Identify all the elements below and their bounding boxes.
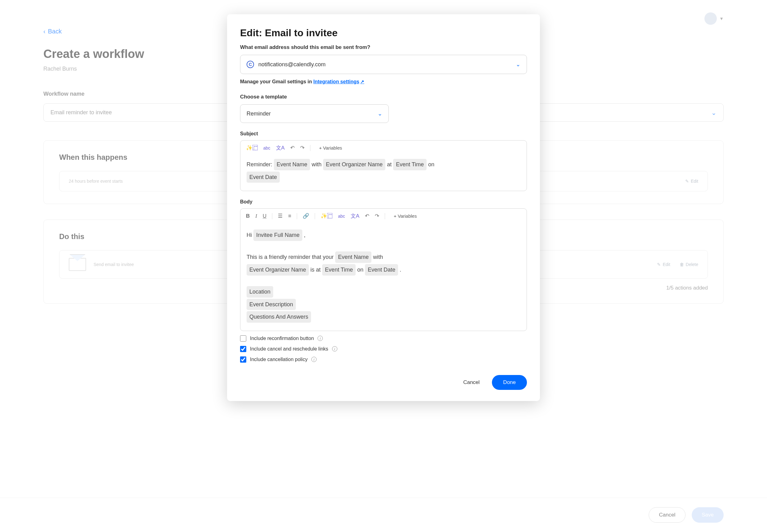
subject-content[interactable]: Reminder: Event Name with Event Organize… bbox=[240, 155, 527, 191]
chevron-down-icon: ⌄ bbox=[516, 61, 521, 68]
from-email-value: notifications@calendly.com bbox=[258, 61, 325, 68]
body-text: , bbox=[304, 232, 305, 238]
token-description[interactable]: Event Description bbox=[246, 299, 296, 310]
integration-settings-link[interactable]: Integration settings↗ bbox=[313, 79, 364, 84]
body-label: Body bbox=[240, 199, 527, 205]
external-link-icon: ↗ bbox=[360, 79, 364, 84]
ai-icon[interactable]: ✨⿸ bbox=[320, 213, 332, 219]
from-question: What email address should this email be … bbox=[240, 44, 527, 50]
include-cancellation-policy-checkbox[interactable] bbox=[240, 356, 246, 363]
toolbar-divider bbox=[315, 213, 315, 219]
subject-toolbar: ✨⿸ abc 文A ↶ ↷ + Variables bbox=[240, 141, 527, 155]
bold-icon[interactable]: B bbox=[246, 213, 250, 219]
body-editor[interactable]: B I U ☰ ≡ 🔗 ✨⿸ abc 文A ↶ ↷ + Variables Hi… bbox=[240, 208, 527, 331]
token-invitee-name[interactable]: Invitee Full Name bbox=[253, 229, 302, 241]
bullet-list-icon[interactable]: ☰ bbox=[278, 213, 282, 219]
chevron-down-icon: ⌄ bbox=[377, 110, 382, 117]
info-icon[interactable]: i bbox=[317, 336, 323, 341]
variables-button[interactable]: + Variables bbox=[394, 213, 417, 219]
subject-text: Reminder: bbox=[246, 161, 274, 168]
body-toolbar: B I U ☰ ≡ 🔗 ✨⿸ abc 文A ↶ ↷ + Variables bbox=[240, 209, 527, 223]
body-text: with bbox=[373, 254, 383, 260]
body-text: is at bbox=[310, 267, 322, 273]
redo-icon[interactable]: ↷ bbox=[375, 213, 379, 219]
redo-icon[interactable]: ↷ bbox=[300, 145, 304, 151]
check3-label: Include cancellation policy bbox=[250, 357, 307, 362]
modal-cancel-button[interactable]: Cancel bbox=[463, 379, 480, 386]
token-organizer-name[interactable]: Event Organizer Name bbox=[323, 159, 386, 170]
body-content[interactable]: Hi Invitee Full Name , This is a friendl… bbox=[240, 223, 527, 331]
template-label: Choose a template bbox=[240, 94, 527, 100]
integration-link-text: Integration settings bbox=[313, 79, 359, 84]
italic-icon[interactable]: I bbox=[255, 213, 257, 219]
body-text: Hi bbox=[246, 232, 253, 238]
toolbar-divider bbox=[272, 213, 272, 219]
token-event-name[interactable]: Event Name bbox=[335, 251, 371, 263]
translate-icon[interactable]: 文A bbox=[351, 212, 359, 220]
underline-icon[interactable]: U bbox=[263, 213, 266, 219]
undo-icon[interactable]: ↶ bbox=[290, 145, 294, 151]
variables-label: Variables bbox=[398, 213, 417, 219]
calendly-icon: C bbox=[246, 61, 254, 68]
template-value: Reminder bbox=[246, 111, 271, 117]
template-select[interactable]: Reminder ⌄ bbox=[240, 104, 389, 123]
toolbar-divider bbox=[385, 213, 385, 219]
token-event-date[interactable]: Event Date bbox=[246, 172, 280, 183]
ai-icon[interactable]: ✨⿸ bbox=[246, 145, 258, 151]
subject-text: on bbox=[428, 161, 434, 168]
edit-email-modal: Edit: Email to invitee What email addres… bbox=[227, 14, 540, 401]
token-location[interactable]: Location bbox=[246, 286, 273, 298]
token-event-time[interactable]: Event Time bbox=[322, 264, 355, 276]
manage-gmail-line: Manage your Gmail settings in Integratio… bbox=[240, 79, 527, 85]
toolbar-divider bbox=[297, 213, 297, 219]
body-text: This is a friendly reminder that your bbox=[246, 254, 335, 260]
info-icon[interactable]: i bbox=[332, 346, 337, 351]
variables-button[interactable]: + Variables bbox=[319, 145, 342, 150]
include-reconfirmation-row: Include reconfirmation button i bbox=[240, 335, 527, 342]
modal-title: Edit: Email to invitee bbox=[240, 27, 527, 39]
undo-icon[interactable]: ↶ bbox=[365, 213, 369, 219]
body-text: on bbox=[357, 267, 365, 273]
numbered-list-icon[interactable]: ≡ bbox=[288, 213, 291, 219]
include-cancel-reschedule-checkbox[interactable] bbox=[240, 346, 246, 352]
manage-prefix: Manage your Gmail settings in bbox=[240, 79, 313, 84]
toolbar-divider bbox=[310, 145, 310, 151]
check2-label: Include cancel and reschedule links bbox=[250, 346, 328, 352]
subject-text: with bbox=[311, 161, 323, 168]
token-organizer-name[interactable]: Event Organizer Name bbox=[246, 264, 309, 276]
link-icon[interactable]: 🔗 bbox=[303, 213, 309, 219]
subject-editor[interactable]: ✨⿸ abc 文A ↶ ↷ + Variables Reminder: Even… bbox=[240, 140, 527, 191]
check1-label: Include reconfirmation button bbox=[250, 336, 314, 341]
subject-label: Subject bbox=[240, 131, 527, 137]
from-email-select[interactable]: C notifications@calendly.com ⌄ bbox=[240, 55, 527, 74]
abc-icon[interactable]: abc bbox=[338, 214, 345, 219]
body-text: . bbox=[400, 267, 401, 273]
abc-icon[interactable]: abc bbox=[263, 146, 270, 150]
token-event-name[interactable]: Event Name bbox=[274, 159, 310, 170]
subject-text: at bbox=[387, 161, 393, 168]
variables-label: Variables bbox=[323, 145, 342, 150]
include-reconfirmation-checkbox[interactable] bbox=[240, 335, 246, 342]
token-event-date[interactable]: Event Date bbox=[365, 264, 398, 276]
include-cancel-reschedule-row: Include cancel and reschedule links i bbox=[240, 346, 527, 352]
modal-actions: Cancel Done bbox=[240, 375, 527, 390]
info-icon[interactable]: i bbox=[311, 357, 316, 362]
include-cancellation-policy-row: Include cancellation policy i bbox=[240, 356, 527, 363]
token-qa[interactable]: Questions And Answers bbox=[246, 311, 311, 323]
modal-done-button[interactable]: Done bbox=[492, 375, 527, 390]
token-event-time[interactable]: Event Time bbox=[393, 159, 427, 170]
translate-icon[interactable]: 文A bbox=[276, 144, 285, 151]
